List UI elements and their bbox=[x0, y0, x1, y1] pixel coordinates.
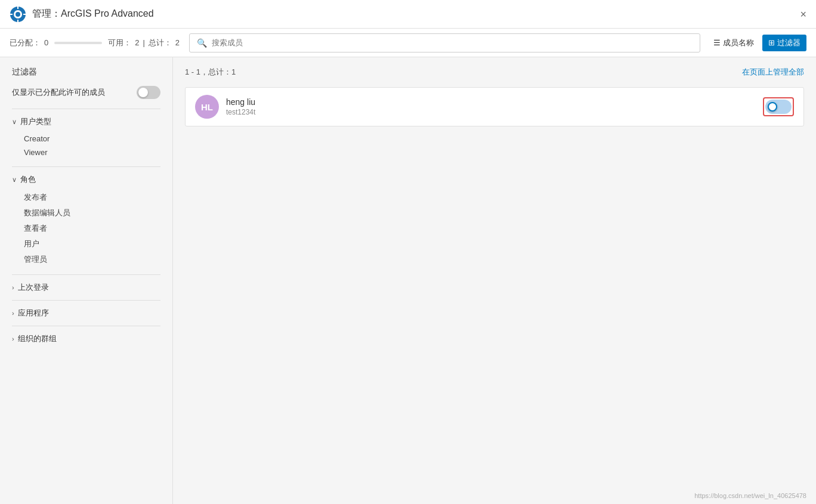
member-name: heng liu bbox=[226, 97, 255, 107]
role-label: 角色 bbox=[20, 174, 36, 185]
filter-option-data-editor[interactable]: 数据编辑人员 bbox=[12, 205, 160, 221]
role-chevron-icon: ∨ bbox=[12, 176, 17, 184]
app-chevron-icon: › bbox=[12, 310, 14, 317]
total-label: 总计： bbox=[149, 38, 172, 48]
filter-option-admin[interactable]: 管理员 bbox=[12, 252, 160, 267]
member-username: test1234t bbox=[226, 108, 255, 116]
total-value: 2 bbox=[175, 38, 180, 47]
main-content: 过滤器 仅显示已分配此许可的成员 ∨ 用户类型 Creator Viewer ∨… bbox=[0, 57, 816, 504]
close-button[interactable]: × bbox=[800, 9, 806, 20]
toolbar-right: ☰ 成员名称 ⊞ 过滤器 bbox=[710, 35, 806, 51]
filter-icon: ⊞ bbox=[768, 38, 775, 47]
org-group-chevron-icon: › bbox=[12, 335, 14, 342]
available-value: 2 bbox=[135, 38, 139, 47]
only-assigned-toggle[interactable] bbox=[137, 86, 160, 99]
filter-panel-title: 过滤器 bbox=[12, 67, 160, 78]
app-section: › 应用程序 bbox=[12, 300, 160, 319]
available-label: 可用： bbox=[108, 38, 131, 48]
org-group-label: 组织的群组 bbox=[18, 333, 57, 344]
filter-option-viewer[interactable]: Viewer bbox=[12, 146, 160, 159]
sort-members-button[interactable]: ☰ 成员名称 bbox=[710, 35, 758, 51]
last-login-label: 上次登录 bbox=[18, 282, 49, 293]
org-group-header[interactable]: › 组织的群组 bbox=[12, 333, 160, 344]
filter-option-publisher[interactable]: 发布者 bbox=[12, 190, 160, 205]
assigned-label: 已分配： bbox=[10, 38, 41, 48]
title-bar: 管理：ArcGIS Pro Advanced × bbox=[0, 0, 816, 29]
filter-label: 过滤器 bbox=[777, 38, 800, 48]
sort-label: 成员名称 bbox=[723, 38, 754, 48]
search-input[interactable] bbox=[212, 38, 693, 47]
svg-rect-5 bbox=[10, 14, 13, 15]
avatar: HL bbox=[195, 95, 219, 119]
role-header[interactable]: ∨ 角色 bbox=[12, 174, 160, 185]
content-header: 1 - 1，总计：1 在页面上管理全部 bbox=[185, 67, 804, 78]
user-type-chevron-icon: ∨ bbox=[12, 118, 17, 126]
app-header[interactable]: › 应用程序 bbox=[12, 308, 160, 319]
license-info: 已分配： 0 可用： 2 | 总计： 2 bbox=[10, 38, 180, 48]
user-type-header[interactable]: ∨ 用户类型 bbox=[12, 116, 160, 127]
member-assign-toggle-wrap bbox=[763, 97, 794, 116]
only-assigned-filter-row: 仅显示已分配此许可的成员 bbox=[12, 86, 160, 99]
license-bar-track bbox=[54, 42, 102, 44]
member-list: HL heng liu test1234t bbox=[185, 87, 804, 126]
manage-all-link[interactable]: 在页面上管理全部 bbox=[742, 67, 804, 78]
filter-option-viewer-role[interactable]: 查看者 bbox=[12, 221, 160, 236]
window-title: 管理：ArcGIS Pro Advanced bbox=[32, 8, 154, 20]
watermark: https://blog.csdn.net/wei_ln_40625478 bbox=[694, 492, 806, 499]
only-assigned-label: 仅显示已分配此许可的成员 bbox=[12, 87, 105, 98]
filter-panel: 过滤器 仅显示已分配此许可的成员 ∨ 用户类型 Creator Viewer ∨… bbox=[0, 57, 173, 504]
last-login-header[interactable]: › 上次登录 bbox=[12, 282, 160, 293]
title-left: 管理：ArcGIS Pro Advanced bbox=[10, 6, 154, 23]
filter-option-creator[interactable]: Creator bbox=[12, 132, 160, 146]
member-left: HL heng liu test1234t bbox=[195, 95, 255, 119]
filter-option-user[interactable]: 用户 bbox=[12, 236, 160, 252]
table-row: HL heng liu test1234t bbox=[185, 87, 804, 126]
role-section: ∨ 角色 发布者 数据编辑人员 查看者 用户 管理员 bbox=[12, 166, 160, 267]
svg-rect-4 bbox=[17, 20, 18, 22]
assigned-value: 0 bbox=[44, 38, 48, 47]
toolbar: 已分配： 0 可用： 2 | 总计： 2 🔍 ☰ 成员名称 ⊞ 过滤器 bbox=[0, 29, 816, 57]
search-box[interactable]: 🔍 bbox=[189, 33, 700, 52]
member-info: heng liu test1234t bbox=[226, 97, 255, 116]
user-type-label: 用户类型 bbox=[20, 116, 51, 127]
svg-rect-6 bbox=[23, 14, 26, 15]
last-login-section: › 上次登录 bbox=[12, 274, 160, 293]
member-assign-toggle[interactable] bbox=[765, 100, 792, 114]
filter-button[interactable]: ⊞ 过滤器 bbox=[762, 35, 806, 51]
svg-rect-3 bbox=[17, 7, 18, 9]
app-label: 应用程序 bbox=[18, 308, 49, 319]
user-type-section: ∨ 用户类型 Creator Viewer bbox=[12, 109, 160, 159]
content-area: 1 - 1，总计：1 在页面上管理全部 HL heng liu test1234… bbox=[173, 57, 816, 504]
result-count: 1 - 1，总计：1 bbox=[185, 67, 236, 78]
search-icon: 🔍 bbox=[197, 38, 207, 48]
separator: | bbox=[143, 38, 144, 47]
last-login-chevron-icon: › bbox=[12, 284, 14, 291]
org-group-section: › 组织的群组 bbox=[12, 326, 160, 344]
arcgis-logo-icon bbox=[10, 6, 26, 23]
svg-point-2 bbox=[16, 12, 20, 17]
sort-icon: ☰ bbox=[713, 38, 721, 47]
